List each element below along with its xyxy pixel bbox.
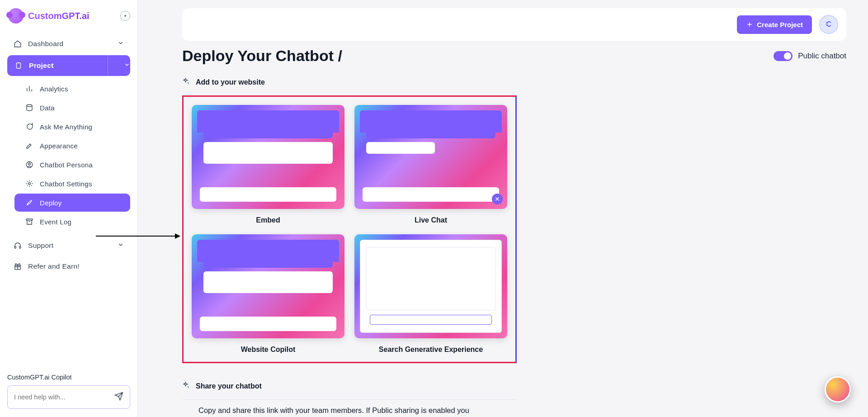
brush-icon bbox=[25, 142, 33, 150]
svg-rect-7 bbox=[19, 246, 21, 249]
sidebar-item-label: Chatbot Persona bbox=[40, 161, 93, 169]
section-title: Share your chatbot bbox=[196, 382, 262, 390]
page-title: Deploy Your Chatbot / bbox=[182, 47, 342, 65]
svg-rect-0 bbox=[17, 63, 21, 68]
sidebar-item-project[interactable]: Project bbox=[7, 55, 130, 76]
sidebar-item-appearance[interactable]: Appearance bbox=[14, 137, 130, 155]
tile-label: Live Chat bbox=[415, 216, 447, 224]
tile-preview bbox=[192, 234, 344, 338]
header-bar: Create Project C bbox=[182, 8, 846, 41]
sidebar-item-chatbot-persona[interactable]: Chatbot Persona bbox=[14, 156, 130, 174]
avatar[interactable]: C bbox=[819, 15, 838, 34]
copilot-input[interactable] bbox=[14, 393, 114, 401]
sidebar-item-deploy[interactable]: Deploy bbox=[14, 194, 130, 212]
sidebar-item-label: Dashboard bbox=[28, 40, 64, 48]
database-icon bbox=[25, 104, 33, 112]
sidebar-item-support[interactable]: Support bbox=[7, 236, 130, 255]
chat-icon bbox=[25, 123, 33, 131]
sidebar-item-label: Analytics bbox=[40, 85, 68, 93]
copilot-title: CustomGPT.ai Copilot bbox=[7, 374, 130, 381]
sidebar-item-dashboard[interactable]: Dashboard bbox=[7, 34, 130, 53]
public-chatbot-toggle[interactable] bbox=[774, 51, 793, 61]
tile-preview bbox=[192, 105, 344, 209]
sidebar-item-label: Chatbot Settings bbox=[40, 180, 92, 188]
copilot-input-wrap[interactable] bbox=[7, 385, 130, 409]
sidebar-item-ask-me-anything[interactable]: Ask Me Anything bbox=[14, 118, 130, 136]
share-description: Copy and share this link with your team … bbox=[182, 406, 517, 415]
headset-icon bbox=[14, 242, 22, 250]
sidebar-item-chatbot-settings[interactable]: Chatbot Settings bbox=[14, 175, 130, 193]
svg-point-3 bbox=[28, 163, 31, 165]
home-icon bbox=[14, 40, 22, 48]
sidebar-item-label: Support bbox=[28, 242, 53, 250]
section-add-to-website: Add to your website bbox=[182, 77, 517, 87]
chevron-down-icon bbox=[118, 40, 124, 48]
support-float-avatar[interactable] bbox=[825, 376, 851, 403]
archive-icon bbox=[25, 218, 33, 226]
chart-bar-icon bbox=[25, 85, 33, 93]
sidebar-item-event-log[interactable]: Event Log bbox=[14, 213, 130, 231]
chevron-down-icon bbox=[124, 62, 130, 70]
sidebar: CustomGPT.ai Dashboard Project Analytics bbox=[0, 0, 138, 417]
deploy-tile-live-chat[interactable]: ✕ Live Chat bbox=[354, 105, 507, 224]
deploy-tile-website-copilot[interactable]: Website Copilot bbox=[192, 234, 344, 354]
sidebar-item-label: Appearance bbox=[40, 142, 78, 150]
user-circle-icon bbox=[25, 161, 33, 169]
clipboard-icon bbox=[14, 62, 23, 70]
tile-label: Website Copilot bbox=[241, 346, 296, 354]
sidebar-item-label: Refer and Earn! bbox=[28, 262, 80, 270]
section-title: Add to your website bbox=[196, 78, 265, 86]
sidebar-item-label: Deploy bbox=[40, 199, 62, 207]
svg-point-1 bbox=[27, 104, 32, 107]
sidebar-menu-toggle[interactable] bbox=[120, 11, 130, 21]
sparkle-icon bbox=[182, 381, 190, 391]
page-title-row: Deploy Your Chatbot / Public chatbot bbox=[182, 47, 846, 65]
sidebar-item-label: Data bbox=[40, 104, 55, 112]
deploy-tile-search-generative-experience[interactable]: Search Generative Experience bbox=[354, 234, 507, 354]
tile-label: Embed bbox=[256, 216, 280, 224]
avatar-letter: C bbox=[826, 20, 831, 28]
chevron-down-icon bbox=[118, 242, 124, 250]
main-content: Create Project C Deploy Your Chatbot / P… bbox=[138, 0, 868, 417]
gift-icon bbox=[14, 262, 22, 270]
public-chatbot-label: Public chatbot bbox=[798, 52, 846, 61]
logo-row: CustomGPT.ai bbox=[7, 8, 130, 24]
tile-preview: ✕ bbox=[354, 105, 507, 209]
svg-rect-6 bbox=[14, 246, 16, 249]
brand-name: CustomGPT.ai bbox=[28, 11, 90, 21]
sidebar-item-data[interactable]: Data bbox=[14, 99, 130, 117]
svg-rect-5 bbox=[26, 219, 33, 220]
deploy-tile-embed[interactable]: Embed bbox=[192, 105, 344, 224]
sidebar-item-label: Ask Me Anything bbox=[40, 123, 92, 131]
close-icon: ✕ bbox=[492, 194, 503, 204]
sidebar-item-refer[interactable]: Refer and Earn! bbox=[7, 257, 130, 276]
svg-point-4 bbox=[28, 183, 31, 185]
rocket-icon bbox=[25, 199, 33, 207]
highlighted-deploy-options: Embed ✕ Live Chat bbox=[182, 95, 517, 363]
send-icon[interactable] bbox=[114, 392, 123, 403]
tile-preview bbox=[354, 234, 507, 338]
gear-icon bbox=[25, 180, 33, 188]
tile-label: Search Generative Experience bbox=[379, 346, 483, 354]
sidebar-item-analytics[interactable]: Analytics bbox=[14, 80, 130, 98]
sparkle-icon bbox=[182, 77, 190, 87]
section-share-chatbot: Share your chatbot bbox=[182, 381, 517, 400]
sidebar-item-label: Event Log bbox=[40, 218, 71, 226]
project-expand-toggle[interactable] bbox=[108, 55, 130, 76]
create-project-label: Create Project bbox=[757, 21, 803, 28]
brand-logo-icon bbox=[8, 8, 24, 24]
create-project-button[interactable]: Create Project bbox=[737, 15, 812, 34]
sidebar-item-label: Project bbox=[29, 62, 54, 70]
